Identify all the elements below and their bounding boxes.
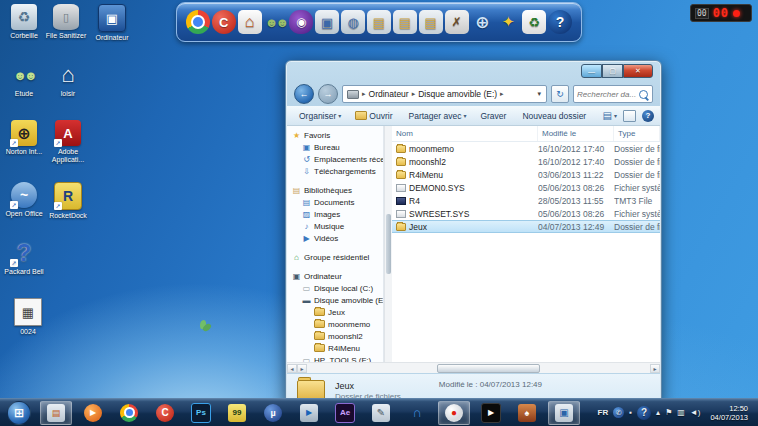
taskbar-button[interactable]: C bbox=[150, 402, 180, 424]
dock-icon[interactable]: ▣ bbox=[315, 10, 339, 34]
tray-icon[interactable]: FR bbox=[598, 408, 609, 417]
desktop-icon[interactable]: R RocketDock bbox=[46, 182, 90, 220]
horizontal-scrollbar[interactable]: ◂ ▸ ▸ bbox=[287, 362, 660, 373]
file-row[interactable]: DEMON0.SYS 05/06/2013 08:26 Fichier syst… bbox=[392, 181, 660, 194]
column-header-name[interactable]: Nom bbox=[392, 126, 538, 141]
dock-icon[interactable]: ⊕ bbox=[470, 10, 494, 34]
taskbar-button[interactable]: ⊞ bbox=[4, 402, 34, 424]
maximize-button[interactable]: ▢ bbox=[602, 64, 623, 78]
nav-item[interactable]: ▣ Bureau bbox=[287, 141, 383, 153]
tray-icon[interactable]: ▴ bbox=[656, 408, 660, 417]
desktop-icon[interactable]: ⌂ loisir bbox=[46, 62, 90, 98]
preview-pane-button[interactable] bbox=[623, 110, 636, 122]
nav-item[interactable]: moonshl2 bbox=[287, 330, 383, 342]
tray-icon[interactable]: ⚑ bbox=[665, 408, 672, 417]
dock-icon[interactable]: ▤ bbox=[393, 10, 417, 34]
taskbar-button[interactable]: ▣ bbox=[548, 401, 580, 425]
clock[interactable]: 12:50 04/07/2013 bbox=[704, 404, 754, 422]
nav-item[interactable]: moonmemo bbox=[287, 318, 383, 330]
desktop-icon[interactable]: A Adobe Applicati... bbox=[46, 120, 90, 164]
tray-icon[interactable]: ✆ bbox=[613, 407, 624, 418]
toolbar-button[interactable]: Graver bbox=[474, 109, 514, 123]
forward-button[interactable]: → bbox=[318, 84, 338, 104]
toolbar-button[interactable]: Ouvrir bbox=[349, 109, 400, 123]
taskbar-button[interactable]: 99 bbox=[222, 402, 252, 424]
dock-icon[interactable]: ☻☻ bbox=[264, 10, 288, 34]
dock-icon[interactable]: C bbox=[212, 10, 236, 34]
file-row[interactable]: R4iMenu 03/06/2013 11:22 Dossier de fich… bbox=[392, 168, 660, 181]
dock-icon[interactable]: ? bbox=[548, 10, 572, 34]
desktop-icon[interactable]: ⊕ Norton Int... bbox=[2, 120, 46, 156]
desktop-icon[interactable]: ☻☻ Etude bbox=[2, 62, 46, 98]
desktop-icon[interactable]: ▣ Ordinateur bbox=[90, 4, 134, 42]
taskbar-button[interactable]: ∩ bbox=[402, 402, 432, 424]
breadcrumb-disque-amovible[interactable]: Disque amovible (E:) bbox=[416, 89, 499, 99]
nav-item[interactable]: ▤ Bibliothèques bbox=[287, 184, 383, 196]
desktop-icon[interactable]: ? Packard Bell bbox=[2, 240, 46, 276]
taskbar-button[interactable]: ▤ bbox=[40, 401, 72, 425]
nav-scrollbar[interactable] bbox=[384, 126, 392, 362]
nav-item[interactable]: ♪ Musique bbox=[287, 220, 383, 232]
address-bar[interactable]: ▸ Ordinateur ▸ Disque amovible (E:) ▸ ▾ bbox=[342, 85, 547, 103]
nav-item[interactable]: ★ Favoris bbox=[287, 129, 383, 141]
nav-item[interactable]: ▭ Disque local (C:) bbox=[287, 282, 383, 294]
dock-icon[interactable]: ✦ bbox=[496, 10, 520, 34]
taskbar-button[interactable]: ▶ bbox=[78, 402, 108, 424]
file-row[interactable]: Jeux 04/07/2013 12:49 Dossier de fichier… bbox=[392, 220, 660, 233]
tray-icon[interactable]: ▪ bbox=[629, 408, 632, 417]
file-row[interactable]: moonmemo 16/10/2012 17:40 Dossier de fic… bbox=[392, 142, 660, 155]
desktop-icon[interactable]: ▦ 0024 bbox=[6, 298, 50, 336]
tray-icon[interactable]: ▥ bbox=[677, 408, 685, 417]
nav-item[interactable]: ▶ Vidéos bbox=[287, 232, 383, 244]
nav-item[interactable]: ▤ Documents bbox=[287, 196, 383, 208]
tray-icon[interactable]: ◄) bbox=[690, 408, 701, 417]
taskbar-button[interactable]: µ bbox=[258, 402, 288, 424]
taskbar-button[interactable]: Ae bbox=[330, 402, 360, 424]
scrollbar-thumb[interactable] bbox=[437, 364, 540, 373]
tray-icon[interactable]: ? bbox=[637, 406, 651, 420]
nav-item[interactable]: ▨ Images bbox=[287, 208, 383, 220]
taskbar-button[interactable]: ✎ bbox=[366, 402, 396, 424]
search-box[interactable] bbox=[573, 85, 653, 103]
address-dropdown-icon[interactable]: ▾ bbox=[534, 90, 544, 98]
nav-item[interactable]: ▬ Disque amovible (E:) bbox=[287, 294, 383, 306]
refresh-button[interactable]: ↻ bbox=[551, 85, 569, 103]
dock-icon[interactable]: ◉ bbox=[289, 10, 313, 34]
taskbar-button[interactable]: ▶ bbox=[476, 402, 506, 424]
desktop-icon[interactable]: ~ Open Office bbox=[2, 182, 46, 218]
dock-icon[interactable]: ♻ bbox=[522, 10, 546, 34]
file-row[interactable]: SWRESET.SYS 05/06/2013 08:26 Fichier sys… bbox=[392, 207, 660, 220]
search-input[interactable] bbox=[574, 90, 639, 99]
scroll-right-icon[interactable]: ▸ bbox=[297, 364, 307, 373]
views-button[interactable]: ▤ ▾ bbox=[603, 110, 617, 121]
nav-item[interactable]: ⇩ Téléchargements bbox=[287, 165, 383, 177]
nav-scrollbar-thumb[interactable] bbox=[386, 214, 391, 274]
close-button[interactable]: ✕ bbox=[623, 64, 653, 78]
minimize-button[interactable]: — bbox=[581, 64, 602, 78]
column-header-type[interactable]: Type bbox=[614, 126, 660, 141]
nav-item[interactable]: ▣ Ordinateur bbox=[287, 270, 383, 282]
scroll-left-icon[interactable]: ◂ bbox=[287, 364, 297, 373]
taskbar-button[interactable]: ♠ bbox=[512, 402, 542, 424]
nav-item[interactable]: ▭ HP_TOOLS (F:) bbox=[287, 354, 383, 362]
dock-icon[interactable] bbox=[186, 10, 210, 34]
toolbar-button[interactable]: Organiser ▾ bbox=[293, 109, 347, 123]
dock-icon[interactable]: ▤ bbox=[419, 10, 443, 34]
file-row[interactable]: moonshl2 16/10/2012 17:40 Dossier de fic… bbox=[392, 155, 660, 168]
title-bar[interactable]: — ▢ ✕ bbox=[286, 61, 661, 83]
nav-item[interactable]: ⌂ Groupe résidentiel bbox=[287, 251, 383, 263]
nav-item[interactable]: R4iMenu bbox=[287, 342, 383, 354]
desktop-icon[interactable]: ▯ File Sanitizer bbox=[44, 4, 88, 40]
file-row[interactable]: R4 28/05/2013 11:55 TMT3 File bbox=[392, 194, 660, 207]
desktop-icon[interactable]: ♻ Corbeille bbox=[2, 4, 46, 40]
nav-item[interactable]: Jeux bbox=[287, 306, 383, 318]
nav-item[interactable]: ↺ Emplacements récents bbox=[287, 153, 383, 165]
dock-icon[interactable]: ▤ bbox=[367, 10, 391, 34]
back-button[interactable]: ← bbox=[294, 84, 314, 104]
column-header-modified[interactable]: Modifié le bbox=[538, 126, 614, 141]
dock-icon[interactable]: ⌂ bbox=[238, 10, 262, 34]
scrollbar-track[interactable] bbox=[307, 364, 650, 373]
toolbar-button[interactable]: Nouveau dossier bbox=[516, 109, 594, 123]
toolbar-button[interactable]: Partager avec ▾ bbox=[402, 109, 472, 123]
taskbar-button[interactable]: ▶ bbox=[294, 402, 324, 424]
